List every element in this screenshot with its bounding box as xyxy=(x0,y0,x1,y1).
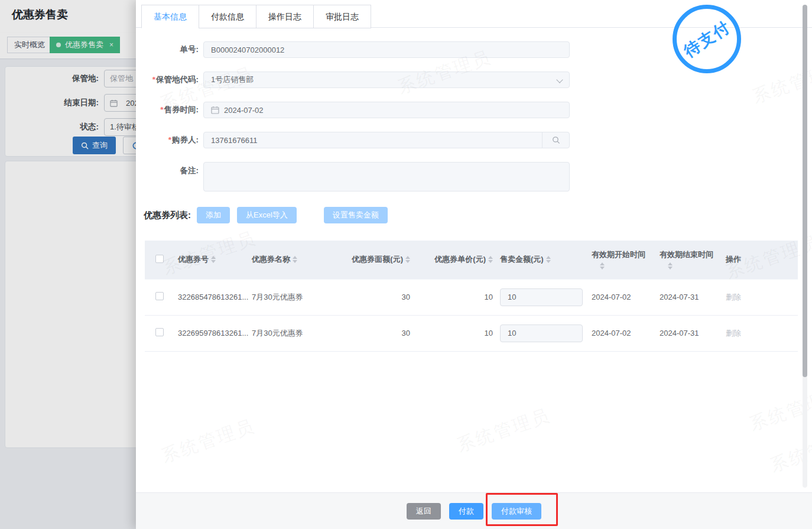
drawer-footer: 返回 付款 付款审核 xyxy=(136,492,812,529)
header-sale-amount[interactable]: 售卖金额(元) xyxy=(496,241,588,279)
buyer-search-button[interactable] xyxy=(542,132,569,148)
search-icon xyxy=(552,136,560,144)
sort-carets-icon[interactable] xyxy=(211,256,216,263)
sale-time-label: *售券时间: xyxy=(136,105,199,115)
storage-code-label: *保管地代码: xyxy=(136,74,199,85)
select-all-checkbox[interactable] xyxy=(155,255,164,263)
cell-coupon-no: 322695978613261... xyxy=(174,315,248,351)
tab-basic-info[interactable]: 基本信息 xyxy=(141,5,199,28)
add-coupon-button[interactable]: 添加 xyxy=(197,207,230,223)
header-valid-end[interactable]: 有效期结束时间 xyxy=(656,241,722,279)
header-action: 操作 xyxy=(722,241,798,279)
scrollbar-track[interactable] xyxy=(803,5,807,488)
cell-valid-end: 2024-07-31 xyxy=(656,315,722,351)
order-no-input[interactable]: B0000240702000012 xyxy=(203,41,570,58)
back-button[interactable]: 返回 xyxy=(407,503,441,520)
cell-valid-end: 2024-07-31 xyxy=(656,279,722,315)
table-header-row: 优惠券号 优惠券名称 优惠券面额(元) 优惠券单价(元) xyxy=(145,241,798,279)
cell-valid-start: 2024-07-02 xyxy=(588,315,656,351)
pay-button[interactable]: 付款 xyxy=(449,503,483,520)
cell-unit-price: 10 xyxy=(414,279,496,315)
header-coupon-name[interactable]: 优惠券名称 xyxy=(248,241,328,279)
sort-carets-icon[interactable] xyxy=(488,256,493,263)
coupon-table: 优惠券号 优惠券名称 优惠券面额(元) 优惠券单价(元) xyxy=(145,241,798,352)
coupon-list-toolbar: 优惠券列表: 添加 从Excel导入 设置售卖金额 xyxy=(136,207,812,223)
sort-carets-icon[interactable] xyxy=(405,256,410,263)
drawer-content: 单号: B0000240702000012 *保管地代码: 1号店销售部 *售券… xyxy=(136,28,812,492)
header-face-value[interactable]: 优惠券面额(元) xyxy=(328,241,414,279)
import-excel-button[interactable]: 从Excel导入 xyxy=(237,207,297,223)
cell-unit-price: 10 xyxy=(414,315,496,351)
set-sale-amount-button[interactable]: 设置售卖金额 xyxy=(324,207,388,223)
basic-info-form: 单号: B0000240702000012 *保管地代码: 1号店销售部 *售券… xyxy=(136,28,812,192)
cell-valid-start: 2024-07-02 xyxy=(588,279,656,315)
row-checkbox[interactable] xyxy=(155,328,164,336)
scrollbar-thumb[interactable] xyxy=(803,5,807,377)
drawer-tabs: 基本信息 付款信息 操作日志 审批日志 xyxy=(136,0,812,28)
cell-face-value: 30 xyxy=(328,315,414,351)
sale-amount-input[interactable] xyxy=(500,324,583,342)
sort-carets-icon[interactable] xyxy=(668,262,673,270)
sort-carets-icon[interactable] xyxy=(293,256,297,263)
sort-carets-icon[interactable] xyxy=(600,262,605,270)
header-unit-price[interactable]: 优惠券单价(元) xyxy=(414,241,496,279)
header-coupon-no[interactable]: 优惠券号 xyxy=(174,241,248,279)
table-row: 322695978613261... 7月30元优惠券 30 10 2024-0… xyxy=(145,315,798,351)
pay-audit-button[interactable]: 付款审核 xyxy=(492,503,541,520)
order-no-label: 单号: xyxy=(136,44,199,55)
delete-link[interactable]: 删除 xyxy=(726,329,741,337)
chevron-down-icon xyxy=(556,76,563,83)
buyer-label: *购券人: xyxy=(136,135,199,145)
row-checkbox[interactable] xyxy=(155,292,164,300)
tab-payment-info[interactable]: 付款信息 xyxy=(199,5,256,28)
sale-amount-input[interactable] xyxy=(500,288,583,306)
tab-approval-log[interactable]: 审批日志 xyxy=(313,5,371,28)
cell-face-value: 30 xyxy=(328,279,414,315)
table-row: 322685478613261... 7月30元优惠券 30 10 2024-0… xyxy=(145,279,798,315)
sort-carets-icon[interactable] xyxy=(546,256,551,263)
delete-link[interactable]: 删除 xyxy=(726,293,741,301)
sale-time-date-input[interactable]: 2024-07-02 xyxy=(203,102,570,118)
cell-coupon-name: 7月30元优惠券 xyxy=(248,279,328,315)
buyer-input[interactable]: 13761676611 xyxy=(203,132,570,148)
remark-label: 备注: xyxy=(136,165,199,176)
coupon-sale-drawer: 基本信息 付款信息 操作日志 审批日志 单号: B000024070200001… xyxy=(136,0,812,529)
remark-textarea[interactable] xyxy=(203,162,570,192)
cell-coupon-name: 7月30元优惠券 xyxy=(248,315,328,351)
pay-audit-annotated-area: 付款审核 xyxy=(492,503,541,520)
header-valid-start[interactable]: 有效期开始时间 xyxy=(588,241,656,279)
calendar-icon xyxy=(211,106,219,114)
coupon-list-label: 优惠券列表: xyxy=(144,210,191,221)
tab-operation-log[interactable]: 操作日志 xyxy=(256,5,314,28)
storage-code-select[interactable]: 1号店销售部 xyxy=(203,72,570,88)
cell-coupon-no: 322685478613261... xyxy=(174,279,248,315)
